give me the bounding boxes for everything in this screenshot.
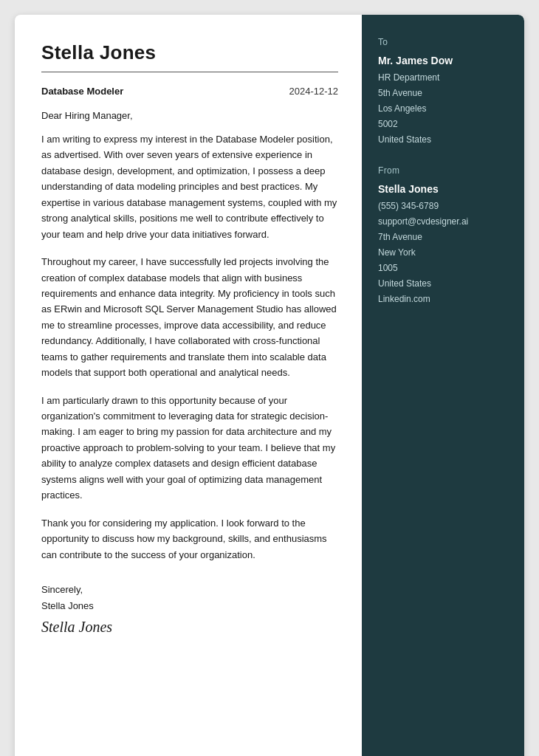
closing-name: Stella Jones	[41, 598, 338, 614]
from-section: From Stella Jones (555) 345-6789 support…	[378, 165, 508, 307]
paragraph-4: Thank you for considering my application…	[41, 515, 338, 563]
from-label: From	[378, 165, 508, 176]
sender-linkedin: Linkedin.com	[378, 292, 508, 307]
to-label: To	[378, 37, 508, 47]
recipient-department: HR Department	[378, 70, 508, 86]
recipient-zip: 5002	[378, 117, 508, 132]
greeting: Dear Hiring Manager,	[41, 110, 338, 121]
paragraph-3: I am particularly drawn to this opportun…	[41, 393, 338, 504]
page-container: Stella Jones Database Modeler 2024-12-12…	[15, 15, 524, 756]
right-column: To Mr. James Dow HR Department 5th Avenu…	[362, 15, 524, 756]
sender-email: support@cvdesigner.ai	[378, 214, 508, 230]
meta-row: Database Modeler 2024-12-12	[41, 86, 338, 97]
divider	[41, 72, 338, 72]
signature-block: Sincerely, Stella Jones Stella Jones	[41, 582, 338, 636]
job-title: Database Modeler	[41, 86, 123, 97]
left-column: Stella Jones Database Modeler 2024-12-12…	[15, 15, 362, 756]
recipient-city: Los Angeles	[378, 101, 508, 117]
closing: Sincerely,	[41, 582, 338, 598]
recipient-country: United States	[378, 132, 508, 148]
date: 2024-12-12	[289, 86, 339, 97]
signature-cursive: Stella Jones	[41, 619, 338, 636]
paragraph-2: Throughout my career, I have successfull…	[41, 254, 338, 381]
paragraph-1: I am writing to express my interest in t…	[41, 131, 338, 242]
sender-phone: (555) 345-6789	[378, 199, 508, 214]
recipient-name: Mr. James Dow	[378, 55, 508, 66]
applicant-name: Stella Jones	[41, 41, 338, 64]
sender-city: New York	[378, 245, 508, 261]
to-section: To Mr. James Dow HR Department 5th Avenu…	[378, 37, 508, 148]
sender-name: Stella Jones	[378, 183, 508, 195]
sender-country: United States	[378, 276, 508, 292]
recipient-street: 5th Avenue	[378, 86, 508, 101]
sender-street: 7th Avenue	[378, 230, 508, 245]
sender-zip: 1005	[378, 261, 508, 276]
